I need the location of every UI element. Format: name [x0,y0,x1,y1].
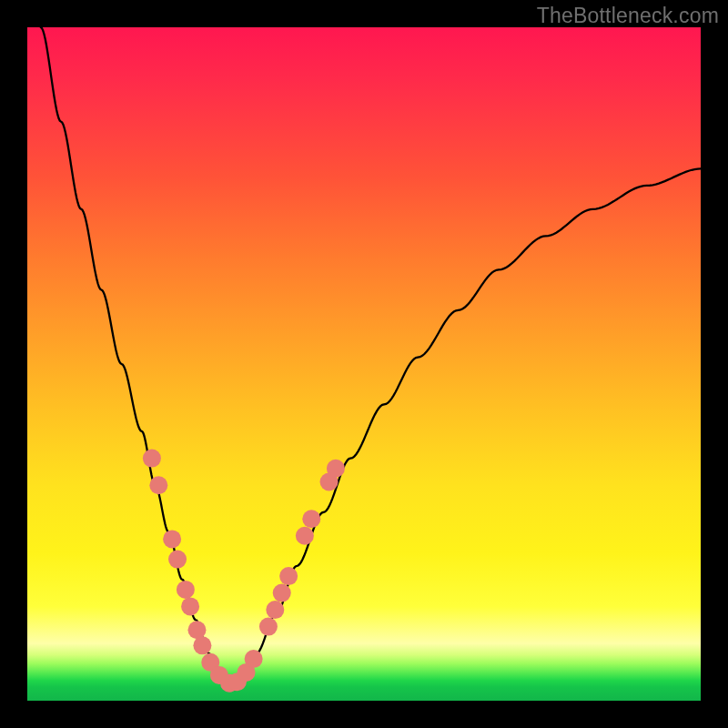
marker-group [143,450,345,693]
chart-stage: TheBottleneck.com [0,0,728,728]
data-marker [279,567,298,585]
data-marker [149,476,167,494]
data-marker [168,551,187,569]
curve-svg [27,27,701,701]
data-marker [259,618,278,636]
curve-group [41,27,701,684]
data-marker [143,450,161,468]
data-marker [245,650,263,668]
watermark-text: TheBottleneck.com [537,4,719,28]
data-marker [187,621,206,639]
data-marker [266,601,284,619]
data-marker [296,527,314,545]
data-marker [163,530,181,548]
plot-area [27,27,701,701]
data-marker [327,460,345,478]
data-marker [181,597,199,615]
data-marker [273,584,291,602]
data-marker [177,581,195,599]
data-marker [302,510,320,528]
data-marker [193,636,211,654]
bottleneck-curve [41,27,701,684]
